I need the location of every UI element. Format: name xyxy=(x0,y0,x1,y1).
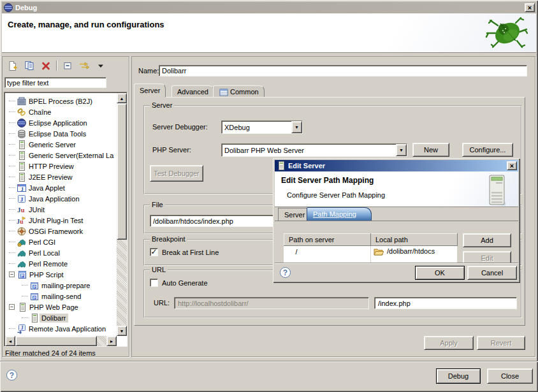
new-config-icon[interactable] xyxy=(6,59,19,72)
tab-common[interactable]: Common xyxy=(213,85,265,98)
filter-input[interactable] xyxy=(4,77,106,88)
scroll-left-icon[interactable]: ◄ xyxy=(5,336,15,346)
tree-item-junit-plug-in-test[interactable]: JuJUnit Plug-in Test xyxy=(9,215,85,226)
tree-item-http-preview[interactable]: HTTP Preview xyxy=(9,161,76,171)
configure-server-button[interactable]: Configure... xyxy=(462,143,513,157)
break-first-line-label: Break at First Line xyxy=(162,249,219,256)
tree-item-label: mailing-prepare xyxy=(40,281,92,290)
column-path-on-server[interactable]: Path on server xyxy=(284,234,371,246)
dialog-close-icon[interactable]: × xyxy=(507,161,517,170)
tree-item-php-script[interactable]: −PPHP Script xyxy=(9,269,66,280)
url-path-input[interactable] xyxy=(374,297,517,309)
tree-hscrollbar[interactable]: ◄ ► xyxy=(5,336,117,346)
tree-item-php-web-page[interactable]: −PHP Web Page xyxy=(9,301,80,312)
collapse-expander-icon[interactable]: − xyxy=(9,272,15,277)
auto-generate-checkbox[interactable] xyxy=(150,279,158,287)
close-button[interactable]: Close xyxy=(487,368,533,384)
dialog-tab-server-label: Server xyxy=(284,211,305,219)
scroll-right-icon[interactable]: ► xyxy=(106,336,117,346)
filter-icon[interactable] xyxy=(78,59,91,72)
dialog-titlebar: Edit Server × xyxy=(275,160,518,171)
server-group-title: Server xyxy=(150,101,174,109)
tree-item-perl-cgi[interactable]: Perl CGI xyxy=(9,236,57,247)
delete-icon[interactable] xyxy=(40,59,52,72)
tree-item-generic-server-external-la[interactable]: Generic Server(External La xyxy=(9,150,115,161)
apply-button[interactable]: Apply xyxy=(424,336,474,350)
local-path-cell[interactable]: /dolibarr/htdocs xyxy=(371,246,458,258)
tree-item-label: Generic Server(External La xyxy=(27,151,115,160)
path-mapping-row[interactable]: //dolibarr/htdocs xyxy=(284,246,458,258)
tree-item-mailing-prepare[interactable]: Pmailing-prepare xyxy=(22,280,92,291)
tree-item-perl-local[interactable]: Perl Local xyxy=(9,247,62,258)
dialog-banner: Edit Server Path Mapping Configure Serve… xyxy=(275,171,518,207)
tab-advanced[interactable]: Advanced xyxy=(171,85,214,98)
tree-item-eclipse-data-tools[interactable]: Eclipse Data Tools xyxy=(9,128,88,139)
bpel-process-icon xyxy=(17,96,27,106)
hscroll-track[interactable] xyxy=(97,336,106,346)
tree-item-generic-server[interactable]: Generic Server xyxy=(9,139,78,150)
tree-item-label: HTTP Preview xyxy=(27,162,76,171)
scroll-down-icon[interactable]: ▼ xyxy=(117,326,127,336)
debug-configurations-window: Debug × Create, manage, and run configur… xyxy=(0,0,538,392)
svg-text:P: P xyxy=(33,284,36,288)
empty-cell xyxy=(284,258,371,263)
server-debugger-label: Server Debugger: xyxy=(152,123,208,131)
tree-item-cha-ne[interactable]: Chaîne xyxy=(9,106,53,117)
toolbar-separator xyxy=(56,61,57,71)
osgi-icon xyxy=(17,226,27,236)
tree-item-remote-java-application[interactable]: JRemote Java Application xyxy=(9,323,108,334)
tree-line xyxy=(9,242,15,242)
php-server-select[interactable]: Dolibarr PHP Web Server ▼ xyxy=(221,143,407,157)
vscroll-thumb[interactable] xyxy=(117,103,127,240)
ok-button[interactable]: OK xyxy=(415,266,465,280)
name-input[interactable] xyxy=(159,65,527,76)
path-mapping-table[interactable]: Path on server Local path //dolibarr/htd… xyxy=(284,233,458,263)
url-base-input xyxy=(174,297,369,309)
tree-viewport[interactable]: BPEL Process (B2J)ChaîneEclipse Applicat… xyxy=(5,93,117,336)
tree-item-java-application[interactable]: JJava Application xyxy=(9,193,82,204)
eclipse-logo-icon xyxy=(3,3,13,13)
tree-item-j2ee-preview[interactable]: J2EE Preview xyxy=(9,171,74,182)
tree-item-mailing-send[interactable]: Pmailing-send xyxy=(22,291,83,301)
dialog-help-icon[interactable]: ? xyxy=(280,267,291,278)
tree-item-perl-remote[interactable]: Perl Remote xyxy=(9,258,69,269)
column-local-path[interactable]: Local path xyxy=(371,234,458,246)
help-icon[interactable]: ? xyxy=(6,370,17,381)
tree-item-label: PHP Script xyxy=(27,270,66,279)
edit-mapping-button[interactable]: Edit xyxy=(463,251,511,263)
add-mapping-button[interactable]: Add xyxy=(463,233,511,247)
tree-item-osgi-framework[interactable]: OSGi Framework xyxy=(9,226,85,236)
dialog-tab-path-mapping[interactable]: Path Mapping xyxy=(307,207,372,221)
tree-item-bpel-process-b2j-[interactable]: BPEL Process (B2J) xyxy=(9,96,94,106)
page-title: Create, manage, and run configurations xyxy=(8,20,164,29)
tree-item-junit[interactable]: JuJUnit xyxy=(9,204,47,215)
path-on-server-cell[interactable]: / xyxy=(284,246,371,258)
test-debugger-button[interactable]: Test Debugger xyxy=(150,165,203,182)
scroll-up-icon[interactable]: ▲ xyxy=(117,93,127,103)
close-icon[interactable]: × xyxy=(525,3,535,12)
collapse-all-icon[interactable] xyxy=(61,59,74,72)
bug-icon xyxy=(484,14,528,52)
tree-line xyxy=(9,133,15,134)
tree-item-eclipse-application[interactable]: Eclipse Application xyxy=(9,117,89,128)
hscroll-thumb[interactable] xyxy=(15,336,97,346)
break-first-line-checkbox[interactable]: ✓ xyxy=(150,248,158,256)
cancel-button[interactable]: Cancel xyxy=(467,266,517,280)
tree-item-java-applet[interactable]: JJava Applet xyxy=(9,182,67,193)
chevron-down-icon[interactable]: ▼ xyxy=(291,121,302,133)
chevron-down-icon[interactable]: ▼ xyxy=(396,144,407,156)
tree-line xyxy=(9,166,15,166)
tree-item-dolibarr[interactable]: Dolibarr xyxy=(22,312,68,323)
vscroll-track[interactable] xyxy=(117,240,127,326)
revert-button[interactable]: Revert xyxy=(477,336,525,350)
tab-server[interactable]: Server xyxy=(134,83,166,98)
debug-button[interactable]: Debug xyxy=(436,368,481,384)
collapse-expander-icon[interactable]: − xyxy=(9,304,15,310)
new-server-button[interactable]: New xyxy=(412,143,449,157)
perl-icon xyxy=(17,259,27,269)
duplicate-icon[interactable] xyxy=(23,59,36,72)
tree-line xyxy=(9,177,15,177)
menu-arrow-icon[interactable] xyxy=(94,59,107,72)
tree-vscrollbar[interactable]: ▲ ▼ xyxy=(117,93,127,336)
server-debugger-select[interactable]: XDebug ▼ xyxy=(221,120,303,134)
